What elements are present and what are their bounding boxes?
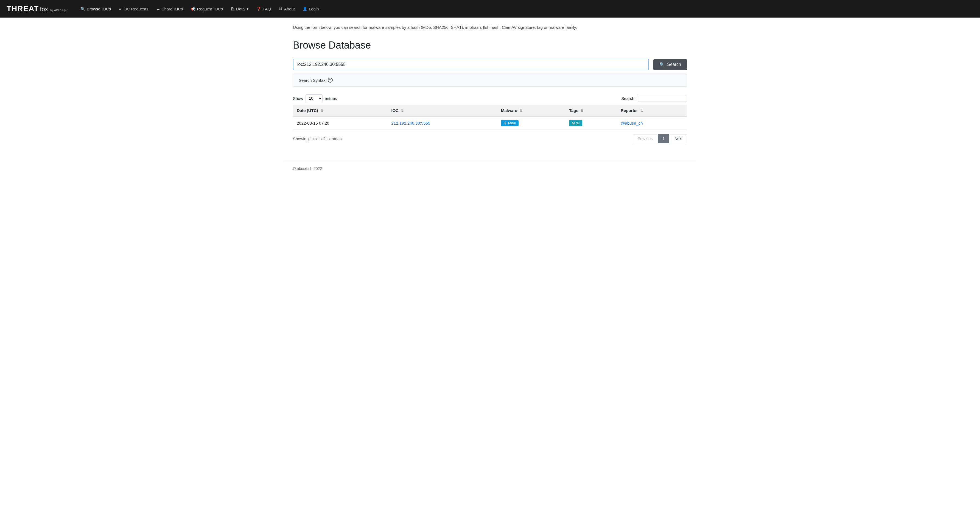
logo-threat: THREAT	[6, 5, 39, 13]
search-form: 🔍 Search	[293, 59, 687, 70]
col-ioc[interactable]: IOC ⇅	[388, 105, 497, 116]
table-footer: Showing 1 to 1 of 1 entries Previous 1 N…	[293, 134, 687, 143]
col-date-sort-icon: ⇅	[320, 109, 323, 113]
nav-share-iocs[interactable]: ☁ Share IOCs	[153, 5, 186, 13]
next-button[interactable]: Next	[670, 134, 687, 143]
ioc-link[interactable]: 212.192.246.30:5555	[391, 121, 430, 125]
tag-badge: Mirai	[569, 120, 582, 126]
table-search-label: Search:	[621, 96, 635, 101]
col-malware-sort-icon: ⇅	[519, 109, 522, 113]
page-title: Browse Database	[293, 40, 687, 51]
nav-about-label: About	[284, 6, 295, 11]
page-footer: © abuse.ch 2022	[284, 160, 696, 176]
nav-request-iocs[interactable]: 📢 Request IOCs	[188, 5, 226, 13]
navbar: THREAT fox by ABUSE|ch 🔍 Browse IOCs ≡ I…	[0, 0, 980, 17]
search-syntax-label: Search Syntax	[299, 78, 326, 83]
nav-login[interactable]: 👤 Login	[299, 5, 322, 13]
table-controls: Show 10 25 50 100 entries Search:	[293, 94, 687, 102]
cell-tags: Mirai	[565, 116, 617, 130]
logo-link[interactable]: THREAT fox by ABUSE|ch	[6, 5, 68, 13]
page-1-button[interactable]: 1	[658, 134, 669, 143]
nav-share-iocs-label: Share IOCs	[161, 6, 183, 11]
footer-copyright: © abuse.ch 2022	[293, 166, 322, 171]
data-icon: 🗄	[231, 6, 234, 11]
col-tags[interactable]: Tags ⇅	[565, 105, 617, 116]
col-malware[interactable]: Malware ⇅	[497, 105, 565, 116]
col-reporter-label: Reporter	[620, 108, 638, 113]
col-reporter-sort-icon: ⇅	[640, 109, 643, 113]
table-search-group: Search:	[621, 95, 687, 102]
previous-button[interactable]: Previous	[633, 134, 657, 143]
col-malware-label: Malware	[501, 108, 517, 113]
malware-badge-icon: ✳	[504, 121, 507, 125]
cell-reporter: @abuse_ch	[617, 116, 687, 130]
reporter-link[interactable]: @abuse_ch	[620, 121, 643, 125]
col-tags-label: Tags	[569, 108, 578, 113]
col-ioc-sort-icon: ⇅	[401, 109, 404, 113]
nav-ioc-requests[interactable]: ≡ IOC Requests	[115, 5, 151, 13]
table-search-input[interactable]	[638, 95, 687, 102]
search-syntax-help-icon[interactable]: ?	[328, 78, 333, 83]
cell-malware: ✳ Mirai	[497, 116, 565, 130]
malware-badge: ✳ Mirai	[501, 120, 519, 126]
logo-abuse: by ABUSE|ch	[50, 8, 68, 12]
nav-faq-label: FAQ	[263, 6, 271, 11]
about-icon: 🏛	[278, 6, 282, 11]
col-date-label: Date (UTC)	[297, 108, 318, 113]
search-button[interactable]: 🔍 Search	[653, 59, 687, 70]
entries-info: Showing 1 to 1 of 1 entries	[293, 137, 342, 141]
faq-icon: ❓	[256, 6, 261, 11]
table-body: 2022-03-15 07:20 212.192.246.30:5555 ✳ M…	[293, 116, 687, 130]
ioc-requests-icon: ≡	[119, 6, 121, 11]
search-syntax-bar: Search Syntax ?	[293, 73, 687, 87]
show-entries: Show 10 25 50 100 entries	[293, 94, 337, 102]
intro-text: Using the form below, you can search for…	[293, 24, 687, 31]
nav-browse-iocs[interactable]: 🔍 Browse IOCs	[77, 5, 114, 13]
browse-iocs-icon: 🔍	[80, 6, 85, 11]
cell-date: 2022-03-15 07:20	[293, 116, 388, 130]
nav-faq[interactable]: ❓ FAQ	[253, 5, 274, 13]
logo-fox: fox	[40, 6, 48, 13]
entries-label: entries	[325, 96, 337, 101]
nav-login-label: Login	[309, 6, 319, 11]
login-icon: 👤	[302, 6, 307, 11]
nav-ioc-requests-label: IOC Requests	[123, 6, 148, 11]
nav-browse-iocs-label: Browse IOCs	[87, 6, 111, 11]
search-btn-label: Search	[667, 62, 681, 67]
search-input[interactable]	[293, 59, 649, 70]
nav-data[interactable]: 🗄 Data ▾	[227, 4, 252, 13]
request-iocs-icon: 📢	[191, 6, 196, 11]
col-ioc-label: IOC	[391, 108, 399, 113]
data-table: Date (UTC) ⇅ IOC ⇅ Malware ⇅ Tags ⇅ Repo…	[293, 105, 687, 130]
main-content: Using the form below, you can search for…	[284, 17, 696, 149]
data-dropdown-icon: ▾	[247, 6, 249, 11]
nav-request-iocs-label: Request IOCs	[197, 6, 223, 11]
col-tags-sort-icon: ⇅	[581, 109, 583, 113]
nav-data-label: Data	[236, 6, 245, 11]
nav-links: 🔍 Browse IOCs ≡ IOC Requests ☁ Share IOC…	[77, 4, 974, 13]
pagination: Previous 1 Next	[633, 134, 687, 143]
search-btn-icon: 🔍	[659, 62, 665, 67]
entries-select[interactable]: 10 25 50 100	[305, 94, 323, 102]
show-label: Show	[293, 96, 303, 101]
share-iocs-icon: ☁	[156, 6, 160, 11]
col-reporter[interactable]: Reporter ⇅	[617, 105, 687, 116]
table-row: 2022-03-15 07:20 212.192.246.30:5555 ✳ M…	[293, 116, 687, 130]
col-date[interactable]: Date (UTC) ⇅	[293, 105, 388, 116]
malware-badge-label: Mirai	[508, 121, 516, 125]
nav-about[interactable]: 🏛 About	[275, 5, 298, 13]
cell-ioc: 212.192.246.30:5555	[388, 116, 497, 130]
table-header: Date (UTC) ⇅ IOC ⇅ Malware ⇅ Tags ⇅ Repo…	[293, 105, 687, 116]
